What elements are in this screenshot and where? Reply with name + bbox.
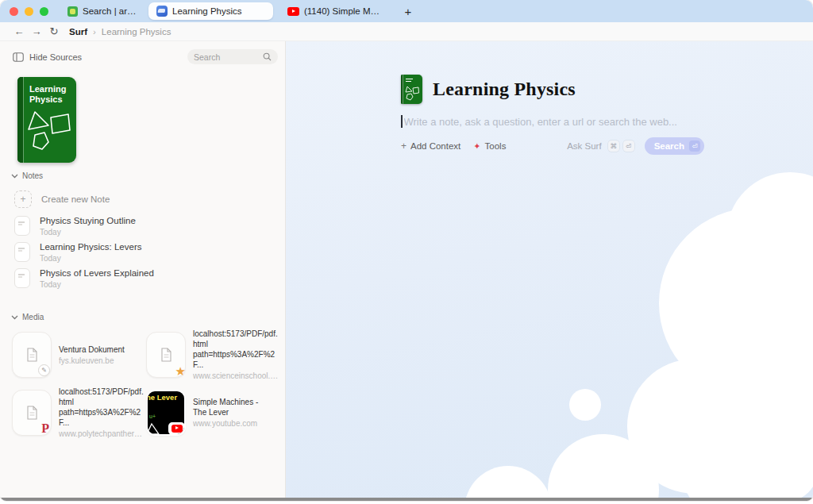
- tab-learning-physics[interactable]: Learning Physics: [148, 2, 273, 20]
- notebook-main-area: Learning Physics + Add Context ✦ T: [286, 41, 813, 498]
- video-thumbnail: he Lever u+: [146, 390, 186, 436]
- book-cover-shapes-icon: [27, 109, 71, 153]
- surf-favicon-icon: [156, 6, 168, 17]
- minimize-button[interactable]: [25, 7, 33, 16]
- tab-youtube-video[interactable]: (1140) Simple Machines - T...: [279, 2, 391, 20]
- tab-bar: Search | arXiv e-print repo... Learning …: [60, 0, 416, 22]
- create-note-button[interactable]: + Create new Note: [14, 190, 110, 208]
- zoom-button[interactable]: [40, 7, 48, 16]
- notes-section-header[interactable]: Notes: [11, 171, 43, 180]
- return-key-icon: ⏎: [689, 140, 700, 152]
- command-key-icon: ⌘: [608, 140, 619, 152]
- tab-label: (1140) Simple Machines - T...: [304, 6, 383, 16]
- back-icon[interactable]: ←: [10, 25, 28, 37]
- close-button[interactable]: [10, 7, 18, 16]
- tools-button[interactable]: ✦ Tools: [473, 141, 506, 152]
- plus-icon: +: [14, 190, 32, 208]
- composer-input[interactable]: [404, 116, 705, 128]
- tab-label: Learning Physics: [172, 6, 242, 16]
- triangle-icon: [146, 422, 161, 436]
- composer-actions: + Add Context ✦ Tools Ask Surf ⌘ ⏎: [401, 137, 704, 155]
- video-thumb-overlay-text: u+: [149, 414, 156, 419]
- navigation-bar: ← → ↻ Surf › Learning Physics: [0, 22, 813, 41]
- media-section-header[interactable]: Media: [11, 313, 44, 321]
- youtube-favicon-icon: [287, 7, 299, 16]
- media-domain: www.youtube.com: [193, 419, 258, 428]
- notebook-cover[interactable]: Learning Physics: [17, 77, 76, 163]
- window-controls: [10, 7, 48, 16]
- media-section-label: Media: [22, 313, 44, 321]
- breadcrumb-separator: ›: [93, 27, 96, 37]
- titlebar: Search | arXiv e-print repo... Learning …: [0, 0, 813, 22]
- document-thumbnail: ✎: [12, 332, 52, 378]
- search-button[interactable]: Search ⏎: [645, 137, 704, 155]
- note-icon: [14, 216, 30, 236]
- add-context-button[interactable]: + Add Context: [401, 140, 460, 152]
- note-icon: [14, 242, 30, 262]
- notebook-header: Learning Physics: [401, 73, 704, 105]
- window-bottom-edge: [0, 498, 813, 501]
- media-title: localhost:5173/PDF/pdf.html path=https%3…: [193, 329, 280, 370]
- plus-icon: +: [401, 140, 406, 152]
- breadcrumb: Surf › Learning Physics: [69, 27, 171, 37]
- video-thumb-text: he Lever: [146, 393, 177, 402]
- ask-surf-button[interactable]: Ask Surf: [567, 141, 601, 151]
- tools-label: Tools: [485, 141, 507, 151]
- composer-column: Learning Physics + Add Context ✦ T: [401, 73, 704, 155]
- tab-arxiv-search[interactable]: Search | arXiv e-print repo...: [60, 2, 145, 20]
- sidebar-search-input[interactable]: [194, 52, 263, 62]
- book-spine: [17, 77, 23, 163]
- media-item[interactable]: ★ localhost:5173/PDF/pdf.html path=https…: [146, 329, 280, 380]
- note-title: Learning Physics: Levers: [40, 242, 141, 252]
- breadcrumb-root[interactable]: Surf: [69, 27, 87, 37]
- notebook-icon: [401, 75, 422, 104]
- note-date: Today: [40, 228, 136, 237]
- media-item[interactable]: ✎ Ventura Dokument fys.kuleuven.be: [12, 329, 146, 380]
- p-logo-badge-icon: P: [41, 421, 49, 436]
- sources-sidebar: Hide Sources Learning Physics Notes: [0, 41, 286, 498]
- arxiv-favicon-icon: [67, 6, 78, 17]
- book-cover-title: Learning Physics: [29, 84, 71, 105]
- new-tab-button[interactable]: +: [400, 5, 416, 18]
- browser-window: Search | arXiv e-print repo... Learning …: [0, 0, 813, 501]
- document-thumbnail: P: [12, 390, 52, 436]
- media-item[interactable]: he Lever u+ Simple Machines - The Lever …: [146, 387, 280, 438]
- youtube-badge-icon: [168, 422, 185, 435]
- document-icon: [26, 348, 38, 362]
- breadcrumb-current: Learning Physics: [102, 27, 171, 37]
- media-domain: fys.kuleuven.be: [59, 356, 125, 365]
- chevron-down-icon: [11, 315, 18, 320]
- add-context-label: Add Context: [410, 141, 460, 151]
- document-thumbnail: ★: [146, 332, 186, 378]
- note-item[interactable]: Learning Physics: Levers Today: [14, 242, 141, 263]
- media-title: Ventura Dokument: [59, 344, 125, 355]
- note-title: Physics of Levers Explained: [40, 268, 154, 278]
- note-icon: [14, 268, 30, 288]
- media-domain: www.polytechpanthers.com: [59, 429, 144, 438]
- text-caret: [401, 115, 403, 128]
- note-item[interactable]: Physics Stuying Outline Today: [14, 216, 136, 237]
- document-icon: [26, 406, 38, 420]
- media-title: localhost:5173/PDF/pdf.html path=https%3…: [59, 387, 146, 428]
- media-item[interactable]: P localhost:5173/PDF/pdf.html path=https…: [12, 387, 146, 438]
- composer: [401, 113, 704, 129]
- note-title: Physics Stuying Outline: [40, 216, 136, 225]
- media-grid: ✎ Ventura Dokument fys.kuleuven.be ★ loc…: [12, 329, 280, 438]
- pen-badge-icon: ✎: [38, 364, 50, 376]
- create-note-label: Create new Note: [41, 194, 110, 204]
- hide-sources-button[interactable]: Hide Sources: [13, 52, 82, 62]
- refresh-icon[interactable]: ↻: [45, 25, 63, 37]
- note-date: Today: [40, 254, 141, 263]
- sidebar-search[interactable]: [187, 49, 278, 64]
- return-key-icon: ⏎: [623, 140, 634, 152]
- note-date: Today: [40, 280, 154, 289]
- document-icon: [160, 348, 172, 362]
- hide-sources-label: Hide Sources: [29, 52, 82, 62]
- note-item[interactable]: Physics of Levers Explained Today: [14, 268, 154, 289]
- page-title: Learning Physics: [433, 79, 576, 100]
- star-badge-icon: ★: [175, 364, 186, 379]
- chevron-down-icon: [11, 174, 18, 179]
- search-button-label: Search: [654, 141, 684, 151]
- media-title: Simple Machines - The Lever: [193, 397, 258, 417]
- forward-icon[interactable]: →: [28, 25, 45, 37]
